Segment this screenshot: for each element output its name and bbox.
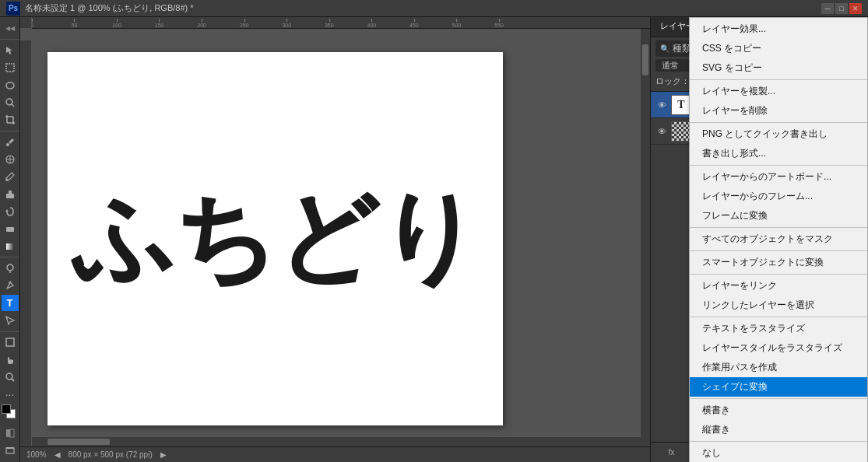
svg-point-2 bbox=[6, 82, 14, 89]
scrollbar-thumb-v[interactable] bbox=[642, 44, 648, 75]
canvas-viewport: ふちどり bbox=[32, 29, 650, 446]
svg-point-14 bbox=[5, 179, 8, 181]
svg-rect-16 bbox=[9, 191, 12, 194]
ruler-corner bbox=[20, 17, 32, 29]
layer-fx-button[interactable]: fx bbox=[664, 445, 680, 460]
document-size: 800 px × 500 px (72 ppi) bbox=[69, 450, 153, 459]
maximize-button[interactable]: □ bbox=[835, 3, 848, 14]
window-title: 名称未設定 1 @ 100% (ふちどり, RGB/8#) * bbox=[25, 2, 821, 14]
menu-separator bbox=[690, 122, 867, 123]
minimize-button[interactable]: ─ bbox=[821, 3, 834, 14]
menu-separator bbox=[690, 79, 867, 80]
quick-mask-button[interactable] bbox=[2, 425, 19, 441]
menu-item-css-----[interactable]: CSS をコピー bbox=[690, 39, 867, 58]
canvas-document: ふちどり bbox=[47, 52, 503, 425]
svg-rect-27 bbox=[6, 429, 10, 437]
window-controls[interactable]: ─ □ ✕ bbox=[821, 3, 862, 14]
menu-item--------[interactable]: レイヤーを削除 bbox=[690, 101, 867, 121]
history-brush-button[interactable] bbox=[2, 203, 19, 219]
menu-item---------------[interactable]: すべてのオブジェクトをマスク bbox=[690, 229, 867, 249]
canvas-scroll-h[interactable] bbox=[32, 437, 650, 446]
canvas-scroll-v[interactable] bbox=[641, 29, 650, 437]
zoom-tool-button[interactable] bbox=[2, 369, 19, 385]
quick-select-button[interactable] bbox=[2, 94, 19, 110]
menu-item--------------[interactable]: スマートオブジェクトに変換 bbox=[690, 253, 867, 272]
menu-item----------[interactable]: レイヤー効果... bbox=[690, 19, 867, 39]
menu-item-svg-----[interactable]: SVG をコピー bbox=[690, 58, 867, 78]
left-toolbar: ◀◀ bbox=[0, 17, 20, 462]
main-layout: ◀◀ bbox=[0, 17, 868, 462]
collapse-panel-button[interactable]: ◀◀ bbox=[2, 20, 19, 37]
menu-item-----------------[interactable]: レイヤーからのアートボード... bbox=[690, 167, 867, 187]
eraser-tool-button[interactable] bbox=[2, 221, 19, 237]
context-menu: レイヤー効果...CSS をコピーSVG をコピーレイヤーを複製...レイヤーを… bbox=[689, 17, 868, 462]
ruler-mark: 50 bbox=[72, 23, 78, 28]
svg-rect-29 bbox=[6, 448, 14, 453]
dodge-tool-button[interactable] bbox=[2, 260, 19, 276]
svg-point-20 bbox=[7, 264, 13, 271]
layer-visibility-toggle[interactable]: 👁 bbox=[655, 99, 668, 111]
marquee-tool-button[interactable] bbox=[2, 60, 19, 76]
move-tool-button[interactable] bbox=[2, 42, 19, 58]
svg-point-10 bbox=[6, 143, 9, 146]
svg-rect-9 bbox=[8, 138, 13, 144]
nav-prev[interactable]: ◀ bbox=[54, 450, 61, 459]
nav-next[interactable]: ▶ bbox=[160, 450, 167, 459]
ruler-mark: 0 bbox=[32, 23, 33, 28]
ruler-mark: 150 bbox=[155, 23, 164, 28]
ruler-mark: 100 bbox=[112, 23, 121, 28]
menu-item----[interactable]: 横書き bbox=[690, 401, 867, 420]
menu-item------------[interactable]: テキストをラスタライズ bbox=[690, 319, 867, 338]
menu-item--------[interactable]: シェイプに変換 bbox=[690, 377, 867, 397]
svg-marker-17 bbox=[5, 209, 9, 212]
text-tool-button[interactable]: T bbox=[2, 295, 19, 311]
path-selection-button[interactable] bbox=[2, 312, 19, 328]
menu-separator bbox=[690, 441, 867, 442]
zoom-level: 100% bbox=[26, 450, 47, 459]
menu-item----[interactable]: 縦書き bbox=[690, 420, 867, 439]
hand-tool-button[interactable] bbox=[2, 352, 19, 368]
ruler-mark: 550 bbox=[494, 23, 504, 28]
layer-visibility-toggle-bg[interactable]: 👁 bbox=[655, 125, 668, 138]
eyedropper-tool-button[interactable] bbox=[2, 134, 19, 150]
scrollbar-thumb-h[interactable] bbox=[47, 439, 110, 445]
svg-line-4 bbox=[12, 104, 14, 107]
menu-item-----------[interactable]: レイヤーを複製... bbox=[690, 82, 867, 101]
screen-mode-button[interactable] bbox=[2, 443, 19, 459]
close-button[interactable]: ✕ bbox=[849, 3, 862, 14]
svg-rect-24 bbox=[6, 338, 14, 346]
shape-tool-button[interactable] bbox=[2, 334, 19, 351]
crop-tool-button[interactable] bbox=[2, 112, 19, 128]
ruler-mark: 250 bbox=[240, 23, 249, 28]
menu-item----------------[interactable]: レイヤースタイルをラスタライズ bbox=[690, 338, 867, 358]
menu-item---------------[interactable]: レイヤーからのフレーム... bbox=[690, 187, 867, 206]
menu-item--------[interactable]: フレームに変換 bbox=[690, 206, 867, 226]
status-bar: 100% ◀ 800 px × 500 px (72 ppi) ▶ bbox=[20, 446, 650, 462]
foreground-color-swatch[interactable] bbox=[2, 404, 11, 414]
color-swatch-area[interactable] bbox=[2, 404, 19, 421]
healing-brush-button[interactable] bbox=[2, 151, 19, 167]
svg-marker-0 bbox=[6, 47, 12, 54]
lock-label: ロック： bbox=[655, 75, 690, 87]
brush-tool-button[interactable] bbox=[2, 169, 19, 185]
menu-item----------[interactable]: 書き出し形式... bbox=[690, 144, 867, 163]
menu-item-------------[interactable]: リンクしたレイヤーを選択 bbox=[690, 296, 867, 315]
pen-tool-button[interactable] bbox=[2, 278, 19, 294]
menu-separator bbox=[690, 250, 867, 251]
ruler-mark: 500 bbox=[452, 23, 462, 28]
menu-item-png------------[interactable]: PNG としてクイック書き出し bbox=[690, 124, 867, 144]
stamp-tool-button[interactable] bbox=[2, 186, 19, 202]
lasso-tool-button[interactable] bbox=[2, 77, 19, 93]
ruler-mark: 400 bbox=[367, 23, 377, 28]
menu-separator bbox=[690, 398, 867, 399]
menu-item---------[interactable]: 作業用パスを作成 bbox=[690, 358, 867, 377]
svg-rect-1 bbox=[6, 64, 14, 72]
gradient-tool-button[interactable] bbox=[2, 238, 19, 254]
extra-tools-button[interactable]: ··· bbox=[2, 387, 19, 403]
canvas-area: 050100150200250300350400450500550 ふちどり bbox=[20, 17, 650, 462]
menu-item---------[interactable]: レイヤーをリンク bbox=[690, 276, 867, 296]
search-icon: 🔍 bbox=[660, 44, 669, 53]
menu-separator bbox=[690, 274, 867, 275]
ruler-top: 050100150200250300350400450500550 bbox=[20, 17, 650, 29]
menu-item---[interactable]: なし bbox=[690, 443, 867, 462]
